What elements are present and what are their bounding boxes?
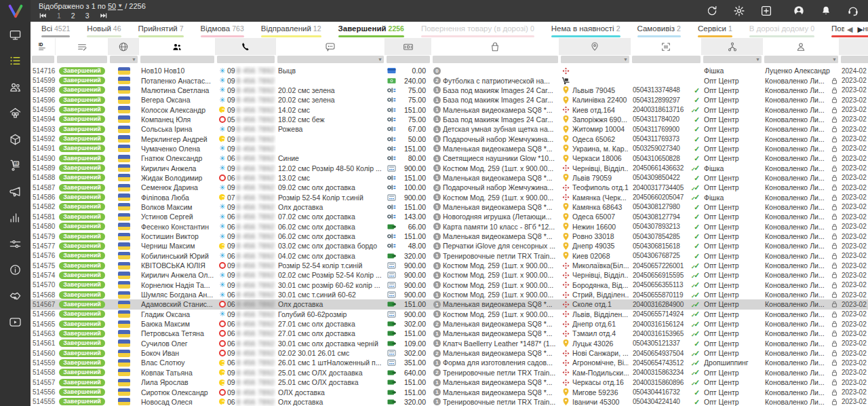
cell-ship[interactable]: Калинівка 22400 <box>559 95 631 105</box>
cell-date[interactable]: 2023-02 <box>840 329 868 338</box>
cell-status[interactable]: Завершений <box>56 232 108 241</box>
cell-name[interactable]: КВІТОВСЬКА ЮЛІЯ <box>139 261 216 270</box>
cell-status[interactable]: Завершений <box>56 319 108 329</box>
cell-product[interactable]: 1Костюм Мод. 259 (1шт. x 900.00... <box>431 290 559 299</box>
cell-track[interactable]: 0504307854285✓ <box>631 232 702 241</box>
cell-name[interactable]: Кирилич Анжела <box>139 163 216 172</box>
cell-manager[interactable]: Коноваленко Ли... <box>763 222 840 232</box>
cell-comment[interactable]: Олх доставка <box>276 397 385 406</box>
cell-status[interactable]: Завершений <box>56 368 108 377</box>
table-row[interactable]: 514596ЗавершенийВегера Оксана✳098 456 78… <box>31 95 868 105</box>
cell-track[interactable]: 0504311769900✓ <box>631 124 702 134</box>
cell-date[interactable]: 2023-02 <box>840 348 868 358</box>
cell-comment[interactable]: ОЛХ доставка <box>276 387 385 396</box>
cell-manager[interactable]: Коноваленко Ли... <box>763 173 840 183</box>
table-row[interactable]: 514563ЗавершенийПетровська Тетяна068 456… <box>31 329 868 338</box>
cell-fulfil[interactable]: Опт Центр <box>702 222 763 232</box>
cell-fulfil[interactable]: Опт Центр <box>702 183 763 192</box>
cell-date[interactable]: 2023-02 <box>840 397 868 406</box>
cell-product[interactable]: 2Маленькая видеокамера SQ8 *... <box>431 348 559 358</box>
cell-name[interactable]: Нов10 Нов10 <box>139 66 216 75</box>
cell-id[interactable]: 514567 <box>31 299 56 309</box>
cell-manager[interactable]: Коноваленко Ли... <box>763 377 840 387</box>
cell-product[interactable]: 1Детская умная зубная щетка на... <box>431 124 559 134</box>
cell-status[interactable]: Завершений <box>56 377 108 387</box>
cell-fulfil[interactable]: Опт Центр <box>702 319 763 329</box>
cell-fulfil[interactable]: Опт Центр <box>702 387 763 396</box>
cell-date[interactable]: 2023-02 <box>840 222 868 232</box>
cell-flag[interactable] <box>108 173 139 183</box>
cell-fulfil[interactable]: Опт Центр <box>702 105 763 114</box>
cell-fulfil[interactable]: Опт Центр <box>702 299 763 309</box>
cell-manager[interactable]: Коноваленко Ли... <box>763 192 840 202</box>
cell-product[interactable]: 2Маленькая видеокамера SQ8 *... <box>431 319 559 329</box>
cell-track[interactable]: 0504305121337✓ <box>631 339 702 348</box>
cell-id[interactable]: 514563 <box>31 329 56 338</box>
cell-date[interactable]: 2023-02 <box>840 86 868 95</box>
cell-date[interactable]: 2023-02 <box>840 134 868 143</box>
cell-name[interactable]: Жидак Володимир <box>139 173 216 183</box>
cell-status[interactable]: Завершений <box>56 115 108 124</box>
tab-новый[interactable]: Новый46 <box>87 22 121 38</box>
cell-id[interactable]: 514580 <box>31 222 56 232</box>
cell-flag[interactable] <box>108 251 139 261</box>
cell-phone[interactable]: ✳098 456 7892 <box>216 280 276 290</box>
cell-manager[interactable]: Коноваленко Ли... <box>763 124 840 134</box>
sidebar-clients-icon[interactable] <box>0 74 31 100</box>
cell-pay[interactable]: 640.00 <box>385 368 431 377</box>
table-row[interactable]: 514594ЗавершенийКомпанец Юля058 456 7892… <box>31 115 868 124</box>
cell-manager[interactable]: Коноваленко Ли... <box>763 319 840 329</box>
edit-lines-icon-column-header[interactable] <box>56 38 108 55</box>
cell-product[interactable]: 1Костюм Мод. 259 (1шт. x 900.00... <box>431 261 559 270</box>
cell-comment[interactable]: 20.02 смс зелена <box>276 95 385 105</box>
table-row[interactable]: 514579ЗавершенийКостишин Виктор✳098 456 … <box>31 232 868 241</box>
cell-status[interactable]: Завершений <box>56 183 108 192</box>
tab-відмова[interactable]: Відмова763 <box>201 22 244 38</box>
cell-ship[interactable]: Нові Санжари, ... <box>559 348 631 358</box>
cell-pay[interactable]: 320.00 <box>385 251 431 261</box>
filter-input-comment[interactable]: ▼ <box>277 56 384 63</box>
cell-phone[interactable]: 098 456 7892 <box>216 261 276 270</box>
cell-comment[interactable]: 26.01 смс 1 штНаложенный п... <box>276 358 385 367</box>
cell-name[interactable]: Шумляс Богдана Ан... <box>139 290 216 299</box>
app-logo-icon[interactable] <box>0 0 31 22</box>
cell-date[interactable]: 2023-02 <box>840 339 868 348</box>
table-row[interactable]: 514561ЗавершенийСучилов Олег068 456 7892… <box>31 339 868 348</box>
cell-comment[interactable]: 09.02 смс олх доставка <box>276 183 385 192</box>
cell-flag[interactable] <box>108 270 139 280</box>
cell-manager[interactable]: Коноваленко Ли... <box>763 86 840 95</box>
cell-date[interactable]: 2023-02 <box>840 299 868 309</box>
cell-track[interactable]: 0503259027340✓ <box>631 144 702 153</box>
cell-status[interactable]: Завершений <box>56 222 108 232</box>
cell-product[interactable]: 1База под макияж Images 24 Car... <box>431 86 559 95</box>
cell-track[interactable]: 20400315863234✓ <box>631 368 702 377</box>
page-number[interactable]: 3 <box>85 12 90 20</box>
cell-fulfil[interactable]: Опт Центр <box>702 290 763 299</box>
cell-flag[interactable] <box>108 339 139 348</box>
table-row[interactable]: 514591ЗавершенийЧумаченко Олена✳098 456 … <box>31 144 868 153</box>
table-row[interactable]: 514555ЗавершенийНовосад Олеся068 456 789… <box>31 397 868 406</box>
cell-product[interactable]: 1Костюм Мод. 259 (1шт. x 900.00... <box>431 310 559 319</box>
cell-ship[interactable]: Украина, м. Кар... <box>559 144 631 153</box>
table-row[interactable]: 514587ЗавершенийСеменюк Дарина✳098 456 7… <box>31 183 868 192</box>
cell-pay[interactable]: 151.00 <box>385 299 431 309</box>
cell-phone[interactable]: 068 456 7892 <box>216 397 276 406</box>
cell-name[interactable]: Баюка Максим <box>139 319 216 329</box>
cell-status[interactable]: Завершений <box>56 348 108 358</box>
cell-id[interactable]: 514593 <box>31 124 56 134</box>
money-icon-column-header[interactable] <box>385 38 431 55</box>
cell-name[interactable]: Гнатюк Олександр <box>139 153 216 163</box>
cell-name[interactable]: Корнелюк Надія Та... <box>139 280 216 290</box>
cell-ship[interactable]: Теофиполь отд.1 <box>559 183 631 192</box>
cell-date[interactable]: 2023-02 <box>840 290 868 299</box>
cell-ship[interactable]: Запоріжжя 690... <box>559 115 631 124</box>
cell-date[interactable]: 2023-02 <box>840 105 868 114</box>
cell-name[interactable]: Волков Максим <box>139 202 216 212</box>
cell-track[interactable]: 0504308127980✓ <box>631 202 702 212</box>
cell-flag[interactable] <box>108 105 139 114</box>
cell-date[interactable]: 2023-02 <box>840 115 868 124</box>
cell-manager[interactable]: Коноваленко Ли... <box>763 358 840 367</box>
cell-name[interactable]: Компанец Юля <box>139 115 216 124</box>
sidebar-partners-icon[interactable] <box>0 283 31 310</box>
cell-phone[interactable]: ✳098 456 7892 <box>216 183 276 192</box>
